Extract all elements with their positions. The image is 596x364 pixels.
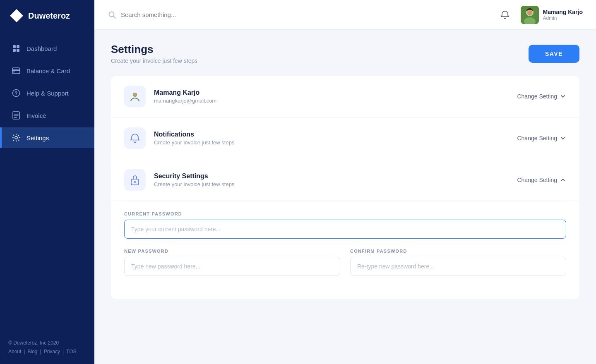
main-content: Mamang Karjo Admin Settings Create your … <box>94 0 596 364</box>
balance-card-icon <box>12 66 21 75</box>
profile-icon-wrap <box>124 86 146 107</box>
user-text: Mamang Karjo Admin <box>543 9 583 21</box>
sidebar-footer: © Duweteroz. Inc 2020 About | Blog | Pri… <box>0 331 94 364</box>
help-icon: ? <box>12 89 21 98</box>
confirm-password-label: CONFIRM PASSWORD <box>350 249 566 254</box>
svg-line-15 <box>113 16 115 18</box>
new-password-group: NEW PASSWORD <box>124 249 340 286</box>
sidebar-item-label: Dashboard <box>26 45 57 52</box>
sidebar-nav: Dashboard Balance & Card ? Help & Supp <box>0 31 94 331</box>
current-password-input[interactable] <box>124 220 566 239</box>
footer-link-privacy[interactable]: Privacy <box>44 347 60 357</box>
copyright-text: © Duweteroz. Inc 2020 <box>8 339 86 348</box>
page-header: Settings Create your invoice just few st… <box>111 43 579 64</box>
dashboard-icon <box>12 44 21 53</box>
footer-link-about[interactable]: About <box>8 347 21 357</box>
security-title: Security Settings <box>154 172 517 180</box>
chevron-down-icon <box>560 135 566 141</box>
svg-point-13 <box>15 136 17 139</box>
topbar-right: Mamang Karjo Admin <box>497 6 583 24</box>
notifications-icon-wrap <box>124 127 146 149</box>
security-setting-row[interactable]: Security Settings Create your invoice ju… <box>111 159 579 201</box>
current-password-group: CURRENT PASSWORD <box>124 211 566 249</box>
svg-rect-1 <box>17 45 19 48</box>
logo-icon <box>10 9 23 22</box>
user-info: Mamang Karjo Admin <box>521 6 583 24</box>
sidebar-item-invoice[interactable]: Invoice <box>0 105 94 126</box>
sidebar-item-label: Settings <box>26 134 49 141</box>
app-logo: Duweteroz <box>0 0 94 31</box>
chevron-down-icon <box>560 93 566 100</box>
sidebar-item-help-support[interactable]: ? Help & Support <box>0 83 94 103</box>
notifications-change-setting-button[interactable]: Change Setting <box>517 135 566 141</box>
notifications-setting-row[interactable]: Notifications Create your invoice just f… <box>111 117 579 159</box>
sidebar-item-settings[interactable]: Settings <box>0 127 94 148</box>
current-password-label: CURRENT PASSWORD <box>124 211 566 216</box>
new-password-input[interactable] <box>124 257 340 276</box>
page-subtitle: Create your invoice just few steps <box>111 57 197 64</box>
password-two-col: NEW PASSWORD CONFIRM PASSWORD <box>124 249 566 286</box>
profile-change-setting-button[interactable]: Change Setting <box>517 93 566 100</box>
page-title: Settings <box>111 43 197 56</box>
confirm-password-input[interactable] <box>350 257 566 276</box>
notifications-button[interactable] <box>497 7 512 22</box>
profile-setting-row[interactable]: Mamang Karjo mamangkarjo@gmail.com Chang… <box>111 76 579 117</box>
invoice-icon <box>12 111 21 120</box>
app-name: Duweteroz <box>28 11 70 21</box>
svg-rect-2 <box>13 49 16 52</box>
confirm-password-group: CONFIRM PASSWORD <box>350 249 566 286</box>
save-button[interactable]: SAVE <box>529 45 579 63</box>
svg-rect-3 <box>17 49 19 52</box>
profile-email: mamangkarjo@gmail.com <box>154 98 517 104</box>
notifications-desc: Create your invoice just few steps <box>154 139 517 146</box>
settings-icon <box>12 133 21 142</box>
sidebar-item-dashboard[interactable]: Dashboard <box>0 38 94 59</box>
notifications-info: Notifications Create your invoice just f… <box>154 131 517 146</box>
footer-link-tos[interactable]: TOS <box>66 347 76 357</box>
svg-rect-6 <box>13 72 15 72</box>
sidebar-item-label: Help & Support <box>26 90 69 97</box>
avatar <box>521 6 539 24</box>
notifications-title: Notifications <box>154 131 517 138</box>
sidebar: Duweteroz Dashboard <box>0 0 94 364</box>
topbar: Mamang Karjo Admin <box>94 0 596 30</box>
security-desc: Create your invoice just few steps <box>154 181 517 187</box>
svg-rect-0 <box>13 45 16 48</box>
footer-link-blog[interactable]: Blog <box>27 347 37 357</box>
chevron-up-icon <box>560 177 566 183</box>
user-name: Mamang Karjo <box>543 9 583 15</box>
svg-point-24 <box>134 181 136 183</box>
new-password-label: NEW PASSWORD <box>124 249 340 254</box>
settings-card: Mamang Karjo mamangkarjo@gmail.com Chang… <box>111 76 579 299</box>
search-icon <box>108 10 117 19</box>
svg-text:?: ? <box>14 91 17 96</box>
sidebar-item-label: Invoice <box>26 112 46 119</box>
search-wrap <box>108 10 491 19</box>
sidebar-item-balance-card[interactable]: Balance & Card <box>0 60 94 81</box>
user-role: Admin <box>543 15 583 21</box>
profile-name: Mamang Karjo <box>154 89 517 96</box>
security-info: Security Settings Create your invoice ju… <box>154 172 517 187</box>
page-content: Settings Create your invoice just few st… <box>94 30 596 364</box>
svg-rect-9 <box>13 112 19 119</box>
search-input[interactable] <box>121 11 253 18</box>
page-title-group: Settings Create your invoice just few st… <box>111 43 197 64</box>
security-icon-wrap <box>124 169 146 191</box>
sidebar-item-label: Balance & Card <box>26 67 70 74</box>
profile-info: Mamang Karjo mamangkarjo@gmail.com <box>154 89 517 104</box>
svg-rect-5 <box>12 69 20 71</box>
security-change-setting-button[interactable]: Change Setting <box>517 177 566 183</box>
security-expanded-form: CURRENT PASSWORD NEW PASSWORD CONFIRM PA… <box>111 201 579 299</box>
